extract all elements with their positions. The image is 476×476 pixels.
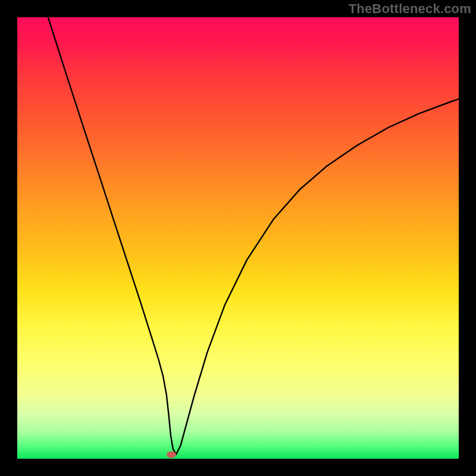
bottleneck-curve [48,17,459,455]
curve-svg [17,17,459,459]
optimal-point-marker [167,452,176,458]
watermark-text: TheBottleneck.com [349,1,471,17]
plot-area [17,17,459,459]
chart-frame: TheBottleneck.com [0,0,476,476]
